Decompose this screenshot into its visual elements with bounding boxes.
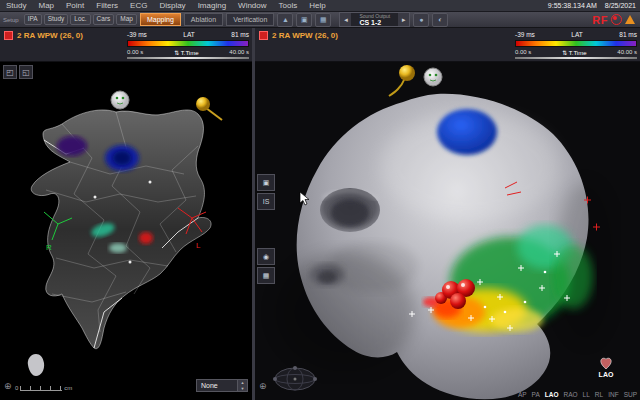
map-status-icon [259, 31, 268, 40]
orientation-pa[interactable]: PA [532, 391, 540, 398]
projection-select-value: None [197, 382, 237, 389]
ttime-end: 40.00 s [617, 49, 637, 55]
toolbar-button-map[interactable]: Map [116, 14, 137, 25]
rotation-trackball[interactable] [271, 365, 319, 397]
orientation-lao[interactable]: LAO [545, 391, 559, 398]
map-scale-ruler: 0 cm [15, 385, 72, 391]
lat-min-value: -39 ms [515, 31, 535, 39]
right-3d-viewport[interactable]: ▣ IS ◉ ▦ ⊕ LAO AP [255, 62, 640, 400]
lat-max-value: 81 ms [619, 31, 637, 39]
ttime-arrows-icon[interactable]: ⇅ [174, 50, 179, 56]
surface-fold [328, 242, 418, 292]
mode-button-mapping[interactable]: Mapping [140, 13, 181, 26]
ttime-slider[interactable] [127, 57, 249, 59]
axis-label-l: L [196, 241, 201, 250]
menu-help[interactable]: Help [303, 1, 331, 10]
orientation-heart-widget[interactable]: LAO [598, 356, 614, 378]
right-lat-scale: -39 ms LAT 81 ms 0.00 s ⇅ T.Time 40.00 s [515, 31, 637, 59]
sound-output-value[interactable]: CS 1-2 [359, 19, 390, 26]
tool-icon-1[interactable]: ▲ [277, 13, 293, 27]
orientation-buttons: AP PA LAO RAO LL RL INF SUP [518, 391, 637, 398]
lat-patch-purple[interactable] [57, 136, 87, 156]
sound-output-control: ◄ Sound Output CS 1-2 ► [339, 12, 410, 27]
menu-map[interactable]: Map [32, 1, 60, 10]
orientation-ll[interactable]: LL [583, 391, 590, 398]
toolbar-button-cars[interactable]: Cars [93, 14, 115, 25]
lat-patch-navy-core [113, 151, 131, 165]
menu-study[interactable]: Study [0, 1, 32, 10]
map-point[interactable] [94, 196, 97, 199]
orientation-rao[interactable]: RAO [564, 391, 578, 398]
ttime-end: 40.00 s [229, 49, 249, 55]
carto-mapping-window: Study Map Point Filters ECG Display Imag… [0, 0, 640, 400]
ttime-slider[interactable] [515, 57, 637, 59]
lat-max-value: 81 ms [231, 31, 249, 39]
axis-label-r: R [46, 243, 52, 252]
ruler-ticks [20, 385, 62, 391]
orientation-head-icon[interactable] [424, 68, 442, 86]
menu-bar: Study Map Point Filters ECG Display Imag… [0, 0, 640, 12]
toolbar-button-ipa[interactable]: IPA [24, 14, 42, 25]
lat-color-bar[interactable] [515, 40, 637, 47]
main-toolbar: Setup IPA Study Loc. Cars Map Mapping Ab… [0, 12, 640, 28]
ttime-label: T.Time [569, 50, 587, 56]
menu-window[interactable]: Window [232, 1, 272, 10]
ttime-start: 0.00 s [515, 49, 531, 55]
crosshair-icon: ⊕ [259, 382, 267, 391]
viewport-side-toolbar-lower: ◉ ▦ [257, 248, 275, 284]
tool-icon-3[interactable]: ▦ [315, 13, 331, 27]
spinner-down-icon[interactable]: ▼ [238, 386, 247, 392]
vein-ostium-core [331, 200, 369, 226]
menu-point[interactable]: Point [60, 1, 90, 10]
side-tool-is-button[interactable]: IS [257, 193, 275, 210]
ttime-arrows-icon[interactable]: ⇅ [562, 50, 567, 56]
menu-imaging[interactable]: Imaging [192, 1, 232, 10]
orientation-rl[interactable]: RL [595, 391, 603, 398]
side-tool-icon-4[interactable]: ▦ [257, 267, 275, 284]
crosshair-icon: ⊕ [4, 382, 12, 391]
orientation-head-icon[interactable] [111, 91, 129, 109]
left-3d-viewport[interactable]: R L ◰ ◱ ⊕ [0, 62, 252, 400]
right-map-header: 2 RA WPW (26, 0) -39 ms LAT 81 ms 0.00 s… [255, 28, 640, 62]
record-icon[interactable]: ● [413, 13, 429, 27]
left-map-title[interactable]: 2 RA WPW (26, 0) [17, 31, 83, 40]
wireframe-heart-map[interactable]: R L [0, 62, 252, 400]
menu-tools[interactable]: Tools [273, 1, 304, 10]
view-layout-icon-2[interactable]: ◱ [19, 65, 33, 79]
mode-button-ablation[interactable]: Ablation [184, 13, 223, 26]
tool-icon-2[interactable]: ▣ [296, 13, 312, 27]
scale-zero-label: 0 [15, 385, 18, 391]
map-point[interactable] [149, 181, 152, 184]
menu-ecg[interactable]: ECG [124, 1, 153, 10]
lat-patch-red[interactable] [139, 232, 153, 244]
contrast-icon[interactable]: ◐ [432, 13, 448, 27]
orientation-sup[interactable]: SUP [624, 391, 637, 398]
side-tool-icon-3[interactable]: ◉ [257, 248, 275, 265]
projection-select[interactable]: None ▲ ▼ [196, 379, 248, 392]
mode-button-verification[interactable]: Verification [226, 13, 274, 26]
heart-icon [598, 356, 614, 370]
right-map-title[interactable]: 2 RA WPW (26, 0) [272, 31, 338, 40]
toolbar-button-loc[interactable]: Loc. [70, 14, 90, 25]
map-thumbnail[interactable] [24, 352, 48, 378]
rf-indicator: RF [592, 14, 608, 26]
toolbar-button-study[interactable]: Study [44, 14, 69, 25]
menu-filters[interactable]: Filters [90, 1, 124, 10]
menu-display[interactable]: Display [153, 1, 191, 10]
catheter-tip-yellow[interactable] [389, 65, 415, 96]
view-layout-icon-1[interactable]: ◰ [3, 65, 17, 79]
orientation-ap[interactable]: AP [518, 391, 527, 398]
scale-unit-label: cm [64, 385, 72, 391]
lat-patch-blue[interactable] [437, 109, 497, 155]
sound-prev-button[interactable]: ◄ [340, 13, 351, 26]
lat-color-bar[interactable] [127, 40, 249, 47]
orientation-inf[interactable]: INF [608, 391, 618, 398]
side-tool-icon-1[interactable]: ▣ [257, 174, 275, 191]
atrium-surface-map[interactable] [255, 62, 640, 400]
ttime-label: T.Time [181, 50, 199, 56]
lat-patch-mint[interactable] [109, 243, 127, 253]
warning-triangle-icon [625, 15, 635, 24]
setup-group-label: Setup [3, 17, 19, 23]
map-point[interactable] [129, 261, 132, 264]
sound-next-button[interactable]: ► [398, 13, 409, 26]
